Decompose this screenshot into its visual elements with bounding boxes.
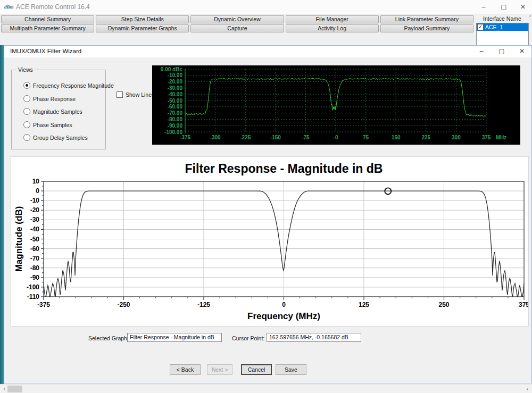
tab-dynamic-overview[interactable]: Dynamic Overview — [190, 15, 284, 23]
svg-text:Filter Response - Magnitude in: Filter Response - Magnitude in dB — [185, 162, 383, 175]
tab-channel-summary[interactable]: Channel Summary — [1, 15, 94, 23]
scroll-left-icon[interactable]: ‹ — [1, 386, 7, 392]
tab-link-parameter-summary[interactable]: Link Parameter Summary — [380, 15, 473, 23]
window-edge-strip — [0, 45, 4, 384]
svg-text:Magnitude (dB): Magnitude (dB) — [14, 206, 24, 272]
svg-text:250: 250 — [438, 301, 449, 308]
svg-text:-70.00: -70.00 — [168, 110, 183, 116]
svg-text:-40: -40 — [30, 225, 40, 233]
tab-multipath-parameter-summary[interactable]: Multipath Parameter Summary — [1, 24, 94, 32]
radio-icon[interactable] — [23, 134, 30, 141]
ace-remote-control-window: dBm ACE Remote Control 16.4 – ▢ ✕ Channe… — [0, 0, 532, 393]
close-icon[interactable]: ✕ — [514, 2, 532, 12]
svg-text:-50: -50 — [30, 236, 40, 243]
scrollbar-thumb[interactable] — [7, 386, 22, 392]
interface-list: ✓ ACE_1 — [476, 23, 529, 46]
svg-text:-60.00: -60.00 — [168, 104, 183, 110]
svg-text:-75: -75 — [302, 135, 310, 140]
selected-graph-field[interactable]: Filter Response - Magnitude in dB — [127, 333, 222, 342]
radio-group-delay-samples[interactable]: Group Delay Samples — [23, 134, 88, 141]
next-button[interactable]: Next > — [207, 364, 232, 375]
radio-icon[interactable] — [23, 121, 30, 128]
radio-phase-samples[interactable]: Phase Samples — [23, 121, 72, 128]
views-groupbox-label: Views — [16, 66, 35, 73]
svg-text:-100: -100 — [27, 283, 39, 291]
app-logo-icon: dBm — [4, 3, 13, 11]
maximize-icon[interactable]: ▢ — [495, 2, 513, 12]
checkbox-icon[interactable] — [117, 91, 123, 98]
cancel-button[interactable]: Cancel — [241, 364, 272, 375]
svg-text:-375: -375 — [37, 301, 50, 308]
radio-icon[interactable] — [23, 95, 30, 102]
dialog-title: IMUX/OMUX Filter Wizard — [10, 48, 81, 54]
minimize-icon[interactable]: – — [475, 2, 493, 12]
radio-magnitude-samples[interactable]: Magnitude Samples — [23, 108, 82, 115]
dialog-minimize-icon[interactable]: – — [472, 46, 491, 56]
views-groupbox: Views Frequency Response Magnitude Phase… — [11, 70, 106, 149]
svg-text:-50.00: -50.00 — [168, 98, 183, 104]
svg-text:-30: -30 — [30, 216, 40, 223]
filter-response-chart[interactable]: -375-250-1250125250375100-10-20-30-40-50… — [11, 157, 528, 326]
svg-text:-300: -300 — [210, 135, 221, 140]
svg-text:Frequency (MHz): Frequency (MHz) — [247, 311, 320, 321]
svg-text:-90.00: -90.00 — [168, 123, 183, 129]
svg-text:-250: -250 — [117, 301, 130, 308]
interface-list-item-ace1[interactable]: ✓ ACE_1 — [477, 23, 528, 31]
svg-text:-10: -10 — [30, 197, 40, 204]
svg-text:MHz: MHz — [496, 135, 507, 140]
svg-text:300: 300 — [452, 135, 461, 140]
svg-text:-70: -70 — [30, 255, 40, 262]
svg-text:-110: -110 — [27, 293, 40, 300]
interface-checkbox[interactable]: ✓ — [477, 24, 484, 30]
radio-phase-response[interactable]: Phase Response — [23, 95, 76, 102]
cursor-point-field[interactable]: 162.597656 MHz, -0.165682 dB — [267, 333, 361, 342]
tab-file-manager[interactable]: File Manager — [286, 15, 379, 23]
svg-text:-375: -375 — [180, 135, 190, 140]
save-button[interactable]: Save — [276, 364, 306, 375]
scroll-right-icon[interactable]: › — [524, 386, 530, 392]
svg-text:0: 0 — [282, 301, 286, 308]
svg-text:10: 10 — [32, 178, 40, 185]
svg-text:-80: -80 — [30, 264, 40, 272]
horizontal-scrollbar[interactable]: ‹ › — [0, 384, 532, 393]
svg-text:-10.00: -10.00 — [168, 72, 183, 78]
app-title: ACE Remote Control 16.4 — [16, 3, 90, 11]
tab-payload-summary[interactable]: Payload Summary — [380, 24, 473, 32]
back-button[interactable]: < Back — [170, 364, 201, 375]
svg-text:225: 225 — [421, 135, 430, 140]
dialog-titlebar: IMUX/OMUX Filter Wizard – ▢ ✕ — [4, 46, 531, 57]
dialog-close-icon[interactable]: ✕ — [513, 46, 531, 56]
tab-activity-log[interactable]: Activity Log — [286, 24, 379, 32]
spectrum-plot[interactable]: -375-300-225-150-75-0751502253003750.00 … — [152, 65, 520, 145]
svg-text:-90: -90 — [30, 274, 40, 281]
svg-text:-125: -125 — [197, 301, 210, 308]
svg-text:-80.00: -80.00 — [168, 116, 183, 122]
radio-icon[interactable] — [23, 108, 30, 115]
app-titlebar: dBm ACE Remote Control 16.4 – ▢ ✕ — [0, 0, 532, 14]
svg-text:-20: -20 — [30, 206, 40, 214]
svg-text:125: 125 — [359, 301, 369, 308]
dialog-maximize-icon[interactable]: ▢ — [493, 46, 511, 56]
interface-name-header: Interface Name — [476, 15, 528, 22]
svg-text:-0: -0 — [334, 135, 338, 140]
cursor-marker — [385, 188, 391, 194]
svg-text:375: 375 — [482, 135, 491, 140]
scroll-up-icon[interactable]: ⌃ — [528, 15, 532, 45]
svg-text:-150: -150 — [270, 135, 281, 140]
interface-label: ACE_1 — [485, 24, 503, 30]
svg-text:-40.00: -40.00 — [168, 91, 183, 97]
svg-text:-225: -225 — [240, 135, 251, 140]
svg-text:-20.00: -20.00 — [168, 79, 183, 85]
selected-graph-label: Selected Graph: — [88, 335, 129, 341]
tab-dynamic-parameter-graphs[interactable]: Dynamic Parameter Graphs — [96, 24, 189, 32]
svg-text:75: 75 — [363, 135, 369, 140]
radio-icon[interactable] — [23, 82, 30, 89]
svg-text:0.00 dBc: 0.00 dBc — [161, 66, 183, 72]
radio-frequency-response-magnitude[interactable]: Frequency Response Magnitude — [23, 82, 114, 89]
tab-step-size-details[interactable]: Step Size Details — [96, 15, 189, 23]
cursor-point-label: Cursor Point: — [232, 335, 264, 341]
imux-omux-filter-wizard-dialog: IMUX/OMUX Filter Wizard – ▢ ✕ Views Freq… — [4, 45, 532, 383]
svg-text:375: 375 — [519, 301, 528, 308]
svg-text:0: 0 — [36, 187, 39, 195]
tab-capture[interactable]: Capture — [190, 24, 284, 32]
